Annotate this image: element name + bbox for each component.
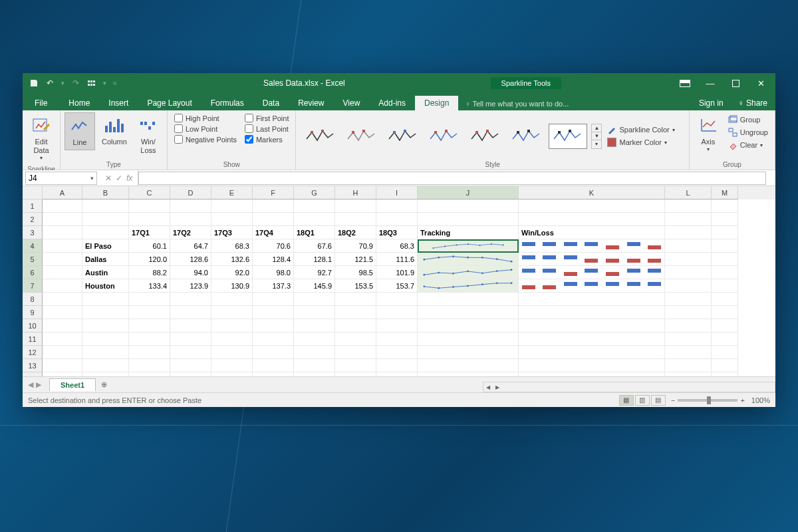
cell-C13[interactable] bbox=[129, 359, 170, 372]
horizontal-scrollbar[interactable] bbox=[483, 382, 775, 392]
cell-M1[interactable] bbox=[712, 200, 738, 213]
cell-L10[interactable] bbox=[665, 319, 712, 332]
cell-B11[interactable] bbox=[82, 332, 129, 346]
cell-C7[interactable]: 133.4 bbox=[129, 279, 170, 293]
zoom-out-button[interactable]: − bbox=[671, 396, 675, 404]
cell-F10[interactable] bbox=[253, 319, 294, 332]
cell-H8[interactable] bbox=[335, 293, 376, 306]
cell-H10[interactable] bbox=[335, 319, 376, 332]
gallery-more-icon[interactable]: ▾ bbox=[592, 140, 601, 148]
cell-F9[interactable] bbox=[253, 306, 294, 319]
formula-input[interactable] bbox=[138, 172, 766, 185]
cell-K11[interactable] bbox=[519, 332, 665, 346]
cell-F8[interactable] bbox=[253, 293, 294, 306]
cell-G10[interactable] bbox=[294, 319, 335, 332]
cell-F7[interactable]: 137.3 bbox=[253, 279, 294, 293]
cell-K8[interactable] bbox=[519, 293, 665, 306]
cell-K3[interactable]: Win/Loss bbox=[519, 226, 665, 239]
cell-C12[interactable] bbox=[129, 346, 170, 359]
cell-H4[interactable]: 70.9 bbox=[335, 239, 376, 253]
cell-F11[interactable] bbox=[253, 332, 294, 346]
tab-view[interactable]: View bbox=[334, 96, 370, 110]
cell-E5[interactable]: 132.6 bbox=[211, 253, 253, 266]
cell-I3[interactable]: 18Q3 bbox=[376, 226, 418, 239]
cell-J2[interactable] bbox=[418, 213, 519, 226]
cell-L6[interactable] bbox=[665, 266, 712, 279]
page-layout-view-icon[interactable]: ▥ bbox=[635, 395, 650, 406]
cell-K5[interactable] bbox=[519, 253, 665, 266]
cell-G1[interactable] bbox=[294, 200, 335, 213]
cell-J6[interactable] bbox=[418, 266, 519, 279]
cell-H1[interactable] bbox=[335, 200, 376, 213]
cell-G3[interactable]: 18Q1 bbox=[294, 226, 335, 239]
markers-checkbox[interactable]: Markers bbox=[245, 135, 289, 144]
tab-data[interactable]: Data bbox=[253, 96, 289, 110]
cell-I12[interactable] bbox=[376, 346, 418, 359]
cell-L5[interactable] bbox=[665, 253, 712, 266]
sign-in-button[interactable]: Sign in bbox=[692, 96, 730, 110]
first-point-checkbox[interactable]: First Point bbox=[245, 114, 289, 122]
cell-C10[interactable] bbox=[129, 319, 170, 332]
cell-A12[interactable] bbox=[43, 346, 82, 359]
cell-L7[interactable] bbox=[665, 279, 712, 293]
ribbon-display-icon[interactable] bbox=[673, 74, 697, 92]
cell-H13[interactable] bbox=[335, 359, 376, 372]
zoom-level[interactable]: 100% bbox=[751, 396, 770, 404]
cell-B5[interactable]: Dallas bbox=[82, 253, 129, 266]
row-header-3[interactable]: 3 bbox=[23, 226, 43, 239]
style-option-0[interactable] bbox=[301, 124, 340, 149]
cell-H12[interactable] bbox=[335, 346, 376, 359]
gallery-down-icon[interactable]: ▼ bbox=[592, 132, 601, 140]
cell-M2[interactable] bbox=[712, 213, 738, 226]
cell-G4[interactable]: 67.6 bbox=[294, 239, 335, 253]
cell-A5[interactable] bbox=[43, 253, 82, 266]
zoom-slider[interactable] bbox=[678, 399, 737, 402]
sheet-tab-sheet1[interactable]: Sheet1 bbox=[49, 378, 96, 391]
type-column-button[interactable]: Column bbox=[98, 112, 131, 149]
cell-J7[interactable] bbox=[418, 279, 519, 293]
last-point-checkbox[interactable]: Last Point bbox=[245, 124, 289, 133]
cell-I13[interactable] bbox=[376, 359, 418, 372]
cancel-formula-icon[interactable]: ✕ bbox=[105, 174, 112, 183]
save-icon[interactable] bbox=[28, 77, 40, 89]
style-option-6[interactable] bbox=[549, 124, 587, 149]
col-header-B[interactable]: B bbox=[82, 186, 129, 200]
tab-home[interactable]: Home bbox=[59, 96, 99, 110]
cell-I4[interactable]: 68.3 bbox=[376, 239, 418, 253]
cell-H2[interactable] bbox=[335, 213, 376, 226]
cell-G13[interactable] bbox=[294, 359, 335, 372]
col-header-M[interactable]: M bbox=[712, 186, 738, 200]
row-header-13[interactable]: 13 bbox=[23, 359, 43, 372]
cell-G2[interactable] bbox=[294, 213, 335, 226]
col-header-L[interactable]: L bbox=[665, 186, 712, 200]
type-line-button[interactable]: Line bbox=[65, 112, 95, 150]
col-header-D[interactable]: D bbox=[170, 186, 211, 200]
cell-L9[interactable] bbox=[665, 306, 712, 319]
row-header-9[interactable]: 9 bbox=[23, 306, 43, 319]
cell-E12[interactable] bbox=[211, 346, 253, 359]
select-all-corner[interactable] bbox=[23, 186, 43, 200]
col-header-K[interactable]: K bbox=[519, 186, 665, 200]
tab-design[interactable]: Design bbox=[415, 96, 458, 110]
cell-H6[interactable]: 98.5 bbox=[335, 266, 376, 279]
cell-E4[interactable]: 68.3 bbox=[211, 239, 253, 253]
cell-L12[interactable] bbox=[665, 346, 712, 359]
col-header-C[interactable]: C bbox=[129, 186, 170, 200]
row-header-5[interactable]: 5 bbox=[23, 253, 43, 266]
cell-M9[interactable] bbox=[712, 306, 738, 319]
col-header-A[interactable]: A bbox=[43, 186, 82, 200]
cell-J8[interactable] bbox=[418, 293, 519, 306]
cell-B1[interactable] bbox=[82, 200, 129, 213]
cell-B12[interactable] bbox=[82, 346, 129, 359]
cell-K9[interactable] bbox=[519, 306, 665, 319]
cell-I7[interactable]: 153.7 bbox=[376, 279, 418, 293]
cell-M11[interactable] bbox=[712, 332, 738, 346]
redo-icon[interactable]: ↷ bbox=[70, 77, 82, 89]
row-header-10[interactable]: 10 bbox=[23, 319, 43, 332]
cell-J5[interactable] bbox=[418, 253, 519, 266]
cell-D1[interactable] bbox=[170, 200, 211, 213]
maximize-button[interactable] bbox=[724, 74, 747, 92]
cell-B3[interactable] bbox=[82, 226, 129, 239]
cell-G5[interactable]: 128.1 bbox=[294, 253, 335, 266]
row-header-7[interactable]: 7 bbox=[23, 279, 43, 293]
